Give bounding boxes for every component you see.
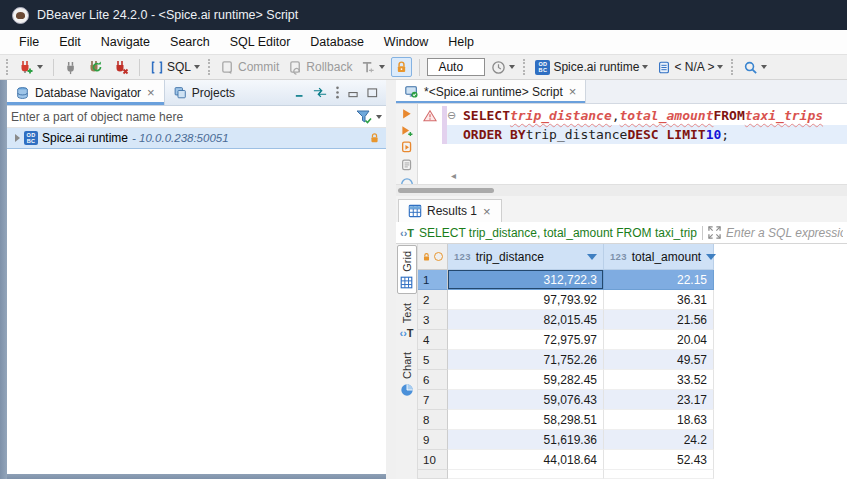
explain-plan-button[interactable] — [400, 159, 414, 172]
menu-help[interactable]: Help — [439, 32, 483, 52]
cell-total_amount[interactable]: 24.2 — [604, 430, 714, 450]
tab-sql-script[interactable]: *<Spice.ai runtime> Script × — [396, 80, 586, 103]
panel-sash[interactable] — [386, 80, 396, 479]
editor-rail-more-icon[interactable] — [400, 177, 414, 184]
row-number[interactable]: 4 — [418, 330, 448, 350]
row-number[interactable]: 1 — [418, 270, 448, 290]
scroll-left-icon[interactable]: ◂ — [447, 170, 456, 181]
column-header-trip_distance[interactable]: 123trip_distance — [448, 244, 604, 270]
cell-trip_distance[interactable]: 44,018.64 — [448, 450, 604, 470]
commit-button[interactable]: Commit — [217, 58, 282, 77]
link-editor-icon[interactable] — [313, 87, 327, 98]
search-button[interactable] — [740, 58, 770, 77]
transaction-caret[interactable] — [379, 65, 385, 69]
tab-projects[interactable]: Projects — [165, 80, 243, 105]
menu-window[interactable]: Window — [375, 32, 437, 52]
row-number[interactable]: 5 — [418, 350, 448, 370]
expand-panel-icon[interactable] — [708, 226, 721, 239]
close-icon[interactable]: × — [482, 205, 492, 218]
execute-new-tab-button[interactable] — [400, 125, 414, 137]
cell-total_amount[interactable]: 23.17 — [604, 390, 714, 410]
menu-search[interactable]: Search — [161, 32, 219, 52]
database-selector[interactable]: < N/A > — [654, 58, 726, 77]
editor-hscrollbar[interactable]: ◂ — [447, 168, 847, 182]
cell-trip_distance[interactable]: 312,722.3 — [448, 270, 604, 290]
row-number[interactable]: 9 — [418, 430, 448, 450]
cell-total_amount[interactable]: 22.15 — [604, 270, 714, 290]
object-filter-input[interactable] — [11, 110, 356, 124]
new-connection-button[interactable] — [15, 57, 46, 77]
row-number[interactable]: 7 — [418, 390, 448, 410]
filter-icon[interactable] — [356, 110, 372, 124]
cell-total_amount[interactable]: 52.43 — [604, 450, 714, 470]
tab-text-view[interactable]: Text ‹›T — [397, 298, 417, 343]
tab-database-navigator[interactable]: Database Navigator × — [7, 80, 165, 105]
column-header-total_amount[interactable]: 123total_amount — [604, 244, 714, 270]
menu-sql-editor[interactable]: SQL Editor — [221, 32, 300, 52]
code-line-2[interactable]: ORDER BY trip_distance DESC LIMIT 10; — [447, 125, 847, 144]
sort-desc-icon[interactable] — [706, 254, 716, 260]
menu-file[interactable]: File — [10, 32, 48, 52]
cell-total_amount[interactable]: 18.63 — [604, 410, 714, 430]
transaction-log-button[interactable] — [488, 58, 518, 77]
tab-grid-view[interactable]: Grid — [397, 245, 417, 294]
expand-chevron-icon[interactable] — [15, 134, 20, 142]
sort-desc-icon[interactable] — [587, 254, 597, 260]
grid-corner-cell[interactable] — [418, 244, 448, 270]
cell-trip_distance[interactable]: 59,282.45 — [448, 370, 604, 390]
maximize-icon[interactable] — [367, 88, 378, 98]
table-row[interactable]: 759,076.4323.17 — [418, 390, 847, 410]
cell-trip_distance[interactable]: 59,076.43 — [448, 390, 604, 410]
reconnect-button[interactable] — [85, 57, 107, 77]
cell-total_amount[interactable]: 21.56 — [604, 310, 714, 330]
menu-database[interactable]: Database — [301, 32, 373, 52]
cell-trip_distance[interactable]: 82,015.45 — [448, 310, 604, 330]
table-row[interactable]: 951,619.3624.2 — [418, 430, 847, 450]
results-grid[interactable]: 123trip_distance123total_amount 1312,722… — [418, 244, 847, 479]
close-icon[interactable]: × — [568, 85, 578, 98]
disconnect-button[interactable] — [110, 57, 132, 77]
cell-trip_distance[interactable]: 97,793.92 — [448, 290, 604, 310]
autocommit-mode-combo[interactable]: Auto — [427, 58, 485, 76]
menu-edit[interactable]: Edit — [50, 32, 90, 52]
sql-editor-button[interactable]: SQL — [147, 58, 203, 77]
rollback-button[interactable]: Rollback — [285, 58, 355, 77]
connection-selector[interactable]: ODBC Spice.ai runtime — [532, 58, 651, 77]
code-area[interactable]: ⊖SELECT trip_distance, total_amount FROM… — [447, 104, 847, 184]
table-row[interactable]: 571,752.2649.57 — [418, 350, 847, 370]
connect-button[interactable] — [61, 58, 82, 77]
database-selector-caret[interactable] — [717, 65, 723, 69]
cell-total_amount[interactable]: 20.04 — [604, 330, 714, 350]
code-line-1[interactable]: ⊖SELECT trip_distance, total_amount FROM… — [447, 106, 847, 125]
connection-tree-item[interactable]: ODBC Spice.ai runtime - 10.0.0.238:50051 — [7, 128, 386, 149]
execute-statement-button[interactable] — [400, 108, 413, 120]
fold-collapse-icon[interactable]: ⊖ — [447, 106, 463, 125]
editor-results-splitter[interactable] — [396, 184, 847, 196]
table-row[interactable]: 1044,018.6452.43 — [418, 450, 847, 470]
tab-chart-view[interactable]: Chart — [397, 347, 417, 401]
row-number[interactable]: 10 — [418, 450, 448, 470]
connection-selector-caret[interactable] — [642, 65, 648, 69]
transaction-mode-button[interactable] — [358, 58, 388, 77]
table-row[interactable]: 297,793.9236.31 — [418, 290, 847, 310]
cell-trip_distance[interactable]: 51,619.36 — [448, 430, 604, 450]
new-connection-caret[interactable] — [37, 65, 43, 69]
autocommit-lock-button[interactable] — [391, 57, 412, 77]
sql-expression-placeholder[interactable]: Enter a SQL expression to — [726, 226, 843, 240]
table-row[interactable]: 659,282.4533.52 — [418, 370, 847, 390]
minimize-icon[interactable] — [295, 88, 305, 98]
close-icon[interactable]: × — [146, 86, 156, 99]
cell-trip_distance[interactable]: 72,975.97 — [448, 330, 604, 350]
cell-total_amount[interactable]: 36.31 — [604, 290, 714, 310]
tab-results-1[interactable]: Results 1 × — [398, 199, 502, 222]
cell-total_amount[interactable]: 49.57 — [604, 350, 714, 370]
transaction-log-caret[interactable] — [509, 65, 515, 69]
sql-button-caret[interactable] — [194, 65, 200, 69]
cell-trip_distance[interactable]: 71,752.26 — [448, 350, 604, 370]
view-menu-icon[interactable] — [335, 86, 340, 99]
row-number[interactable]: 3 — [418, 310, 448, 330]
search-caret[interactable] — [761, 65, 767, 69]
restore-icon[interactable] — [348, 88, 359, 98]
table-row[interactable]: 472,975.9720.04 — [418, 330, 847, 350]
table-row[interactable]: 1312,722.322.15 — [418, 270, 847, 290]
